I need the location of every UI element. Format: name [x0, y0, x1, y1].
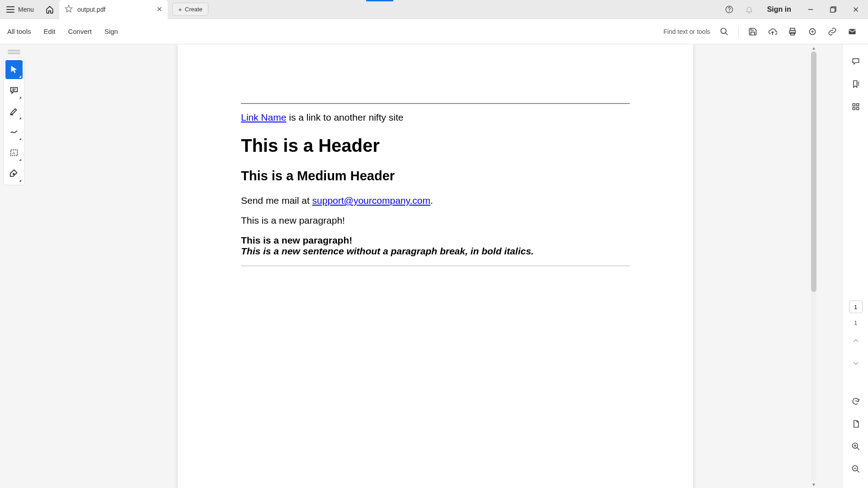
- rotate-icon: [851, 397, 860, 406]
- notifications-button[interactable]: [740, 0, 758, 19]
- zoom-in-icon: [851, 442, 860, 451]
- select-tool[interactable]: [5, 60, 23, 79]
- search-button[interactable]: [716, 23, 733, 40]
- paragraph-bold: This is a new paragraph!: [241, 235, 630, 246]
- home-button[interactable]: [40, 0, 59, 19]
- svg-rect-5: [830, 8, 835, 12]
- create-label: Create: [185, 6, 203, 13]
- rotate-button[interactable]: [848, 393, 864, 409]
- upload-button[interactable]: [764, 23, 781, 40]
- link-button[interactable]: [824, 23, 841, 40]
- comment-tool[interactable]: [5, 81, 23, 100]
- main-area: A Link Name is a link to another nifty s…: [0, 44, 868, 488]
- svg-line-33: [857, 470, 859, 473]
- ai-assistant-button[interactable]: [804, 23, 821, 40]
- scroll-up-arrow[interactable]: ▲: [810, 44, 817, 52]
- document-tab[interactable]: output.pdf ✕: [59, 0, 168, 19]
- draw-tool[interactable]: [5, 122, 23, 141]
- rail-handle[interactable]: [8, 50, 20, 52]
- star-icon[interactable]: [65, 5, 73, 14]
- page-up-button[interactable]: [848, 333, 864, 349]
- divider: [738, 26, 739, 37]
- cursor-icon: [9, 65, 19, 75]
- zoom-in-button[interactable]: [848, 438, 864, 455]
- scroll-down-arrow[interactable]: ▼: [810, 481, 817, 488]
- search-icon: [720, 27, 729, 36]
- maximize-icon: [829, 5, 837, 14]
- scroll-track[interactable]: [811, 52, 816, 481]
- scroll-thumb[interactable]: [811, 52, 816, 292]
- svg-point-20: [13, 174, 14, 175]
- print-button[interactable]: [784, 23, 801, 40]
- comments-panel-button[interactable]: [848, 53, 864, 70]
- document-link[interactable]: Link Name: [241, 112, 286, 122]
- menu-button[interactable]: Menu: [0, 0, 40, 19]
- signin-button[interactable]: Sign in: [760, 5, 798, 14]
- close-window-button[interactable]: [845, 0, 866, 19]
- bookmarks-panel-button[interactable]: [848, 76, 864, 92]
- document-viewport[interactable]: Link Name is a link to another nifty sit…: [28, 44, 843, 488]
- pen-icon: [9, 169, 19, 178]
- bookmark-icon: [851, 80, 860, 89]
- paragraph: This is a new paragraph!: [241, 215, 630, 226]
- right-rail: 1: [843, 44, 868, 488]
- minimize-button[interactable]: [800, 0, 821, 19]
- rail-handle[interactable]: [8, 52, 20, 54]
- close-tab-button[interactable]: ✕: [156, 5, 162, 14]
- bell-icon: [745, 5, 753, 14]
- highlight-tool[interactable]: [5, 102, 23, 121]
- highlight-icon: [9, 106, 19, 116]
- text-box-icon: A: [9, 148, 19, 158]
- sign-button[interactable]: Sign: [104, 28, 118, 35]
- email-button[interactable]: [844, 23, 861, 40]
- maximize-button[interactable]: [823, 0, 844, 19]
- loading-indicator: [366, 0, 393, 1]
- save-button[interactable]: [744, 23, 761, 40]
- svg-line-9: [726, 33, 728, 35]
- fill-sign-tool[interactable]: [5, 164, 23, 183]
- page-number-input[interactable]: [849, 300, 863, 313]
- link-icon: [828, 27, 837, 36]
- text-select-tool[interactable]: A: [5, 143, 23, 162]
- page-fit-button[interactable]: [848, 416, 864, 432]
- svg-rect-26: [853, 108, 855, 110]
- svg-text:A: A: [12, 151, 15, 155]
- email-icon: [848, 27, 857, 36]
- chevron-up-icon: [851, 336, 860, 345]
- grid-icon: [851, 102, 860, 111]
- heading-2: This is a Medium Header: [241, 169, 630, 183]
- divider: [241, 266, 630, 266]
- draw-icon: [9, 127, 19, 137]
- svg-point-8: [721, 28, 726, 33]
- paragraph-bold-italic: This is a new sentence without a paragra…: [241, 246, 630, 257]
- edit-button[interactable]: Edit: [44, 28, 56, 35]
- email-link[interactable]: support@yourcompany.com: [312, 195, 430, 206]
- page-down-button[interactable]: [848, 355, 864, 371]
- help-icon: [725, 5, 733, 14]
- convert-button[interactable]: Convert: [68, 28, 92, 35]
- create-button[interactable]: + Create: [172, 3, 208, 16]
- text: is a link to another nifty site: [286, 112, 403, 122]
- chevron-down-icon: [851, 359, 860, 368]
- pdf-page: Link Name is a link to another nifty sit…: [178, 44, 693, 488]
- thumbnails-panel-button[interactable]: [848, 99, 864, 115]
- paragraph: Send me mail at support@yourcompany.com.: [241, 195, 630, 206]
- paragraph: Link Name is a link to another nifty sit…: [241, 112, 630, 123]
- close-icon: [852, 5, 860, 14]
- help-button[interactable]: [720, 0, 738, 19]
- save-icon: [748, 27, 757, 36]
- plus-icon: +: [178, 5, 182, 13]
- hamburger-icon: [6, 6, 14, 13]
- sparkle-icon: [808, 27, 817, 36]
- zoom-out-icon: [851, 465, 860, 474]
- titlebar: Menu output.pdf ✕ + Create Sign in: [0, 0, 868, 19]
- tool-group: A: [3, 58, 25, 185]
- text: .: [430, 195, 433, 206]
- comment-icon: [9, 85, 19, 95]
- all-tools-button[interactable]: All tools: [7, 28, 31, 35]
- vertical-scrollbar[interactable]: ▲ ▼: [810, 44, 817, 488]
- home-icon: [46, 5, 54, 14]
- zoom-out-button[interactable]: [848, 461, 864, 477]
- chat-icon: [851, 57, 860, 66]
- text: Send me mail at: [241, 195, 312, 206]
